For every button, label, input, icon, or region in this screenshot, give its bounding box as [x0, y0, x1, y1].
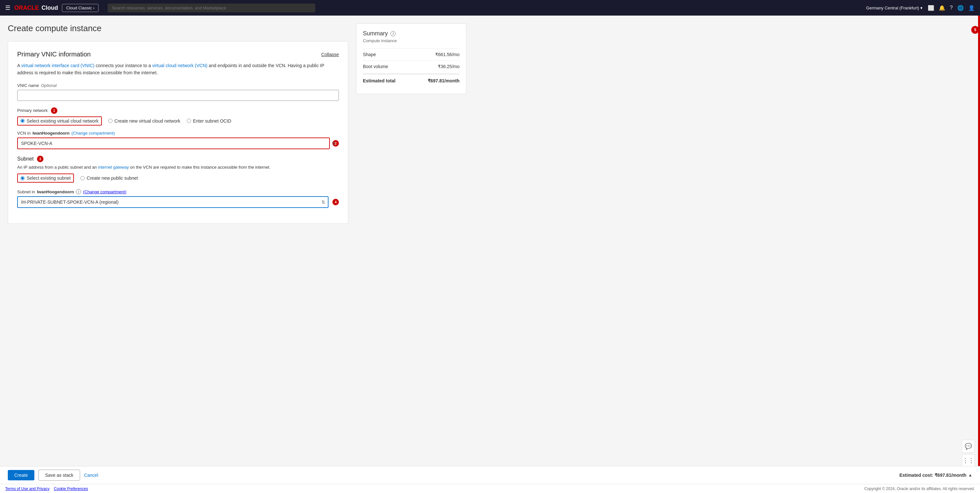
page-container: Create compute instance Primary VNIC inf…: [0, 16, 980, 493]
language-icon[interactable]: 🌐: [957, 5, 964, 11]
change-subnet-compartment-link[interactable]: (Change compartment): [83, 189, 126, 194]
footer-bar: Terms of Use and Privacy Cookie Preferen…: [0, 484, 980, 493]
radio-select-existing-vcn[interactable]: Select existing virtual cloud network: [17, 116, 102, 126]
region-name: Germany Central (Frankfurt): [866, 5, 919, 10]
collapse-link[interactable]: Collapse: [321, 52, 339, 57]
estimated-total-value: ₹697.81/month: [428, 78, 460, 83]
step2-badge: 2: [332, 140, 339, 146]
vnic-link[interactable]: virtual network interface card (VNIC): [21, 63, 94, 68]
footer-copyright: Copyright © 2024, Oracle and/or its affi…: [864, 487, 975, 491]
step4-badge: 4: [332, 199, 339, 205]
terms-link[interactable]: Terms of Use and Privacy: [5, 487, 49, 491]
summary-shape-row: Shape ₹661.56/mo: [363, 48, 460, 60]
shape-value: ₹661.56/mo: [435, 52, 460, 57]
cloud-text: Cloud: [41, 5, 58, 11]
topnav-right-section: Germany Central (Frankfurt) ▾ ⬜ 🔔 ? 🌐 👤: [866, 5, 975, 11]
vcn-compartment-group: VCN in IwanHoogendoorn (Change compartme…: [17, 131, 339, 149]
radio-create-new-subnet[interactable]: Create new public subnet: [80, 175, 138, 181]
help-chat-icon[interactable]: 💬: [962, 440, 975, 453]
floating-icons: 💬 ⋮⋮: [962, 440, 975, 467]
apps-icon[interactable]: ⋮⋮: [962, 454, 975, 467]
save-as-stack-button[interactable]: Save as stack: [38, 470, 80, 481]
vnic-name-label: VNIC name Optional: [17, 83, 339, 88]
subnet-section: Subnet 3 An IP address from a public sub…: [17, 156, 339, 183]
vcn-select[interactable]: SPOKE-VCN-A: [18, 138, 329, 149]
internet-gateway-link[interactable]: internet gateway: [98, 165, 129, 170]
primary-network-label: Primary network 1: [17, 107, 339, 114]
cloud-classic-button[interactable]: Cloud Classic ›: [62, 4, 99, 12]
subnet-info-icon[interactable]: i: [76, 189, 81, 194]
card-description: A virtual network interface card (VNIC) …: [17, 62, 339, 76]
summary-card: Summary i Compute instance Shape ₹661.56…: [356, 23, 466, 94]
card-title: Primary VNIC information: [17, 51, 91, 58]
estimated-total-label: Estimated total: [363, 78, 395, 83]
cloud-shell-icon[interactable]: ⬜: [928, 5, 934, 11]
oracle-logo: ORACLE Cloud: [14, 5, 58, 11]
boot-volume-value: ₹36.25/mo: [438, 64, 460, 69]
subnet-in-label: Subnet in IwanHoogendoorn i (Change comp…: [17, 189, 339, 194]
top-navigation: ☰ ORACLE Cloud Cloud Classic › Germany C…: [0, 0, 980, 16]
radio-create-new-vcn[interactable]: Create new virtual cloud network: [108, 118, 180, 124]
vcn-select-wrapper: SPOKE-VCN-A ⇅ 2: [17, 138, 339, 149]
vcn-compartment-label: VCN in IwanHoogendoorn (Change compartme…: [17, 131, 339, 135]
estimated-cost-display[interactable]: Estimated cost: ₹697.81/month ▲: [899, 472, 972, 478]
vnic-name-group: VNIC name Optional: [17, 83, 339, 101]
summary-total-row: Estimated total ₹697.81/month: [363, 74, 460, 87]
radio-enter-subnet-ocid[interactable]: Enter subnet OCID: [187, 118, 231, 124]
region-selector[interactable]: Germany Central (Frankfurt) ▾: [866, 5, 923, 10]
subnet-section-title: Subnet 3: [17, 156, 339, 162]
primary-network-radio-group: Select existing virtual cloud network Cr…: [17, 116, 339, 126]
radio-select-existing-subnet[interactable]: Select existing subnet: [17, 173, 74, 183]
subnet-description: An IP address from a public subnet and a…: [17, 164, 339, 170]
hamburger-menu-icon[interactable]: ☰: [5, 4, 10, 11]
estimated-cost-label: Estimated cost: ₹697.81/month: [899, 472, 966, 478]
topnav-icon-group: ⬜ 🔔 ? 🌐 👤: [928, 5, 975, 11]
step3-badge: 3: [37, 156, 43, 162]
boot-volume-label: Boot volume: [363, 64, 388, 69]
cookie-link[interactable]: Cookie Preferences: [54, 487, 88, 491]
shape-label: Shape: [363, 52, 376, 57]
primary-vnic-card: Primary VNIC information Collapse A virt…: [8, 41, 348, 224]
summary-info-icon[interactable]: i: [390, 31, 396, 36]
help-icon[interactable]: ?: [950, 5, 953, 11]
subnet-radio-group: Select existing subnet Create new public…: [17, 173, 339, 183]
notifications-icon[interactable]: 🔔: [939, 5, 945, 11]
page-title: Create compute instance: [8, 23, 348, 33]
primary-network-section: Primary network 1 Select existing virtua…: [17, 107, 339, 126]
summary-header: Summary i: [363, 30, 460, 37]
subnet-select[interactable]: IH-PRIVATE-SUBNET-SPOKE-VCN-A (regional): [17, 196, 328, 208]
main-content: Create compute instance Primary VNIC inf…: [8, 23, 348, 485]
summary-panel: Summary i Compute instance Shape ₹661.56…: [356, 23, 466, 485]
vcn-link[interactable]: virtual cloud network (VCN): [152, 63, 207, 68]
create-button[interactable]: Create: [8, 470, 34, 480]
desc-text-1: A: [17, 63, 21, 68]
global-search-input[interactable]: [108, 3, 315, 12]
step1-badge: 1: [51, 107, 57, 114]
vnic-name-input[interactable]: [17, 90, 339, 101]
bottom-action-bar: Create Save as stack Cancel Estimated co…: [0, 466, 980, 484]
estimated-cost-chevron-icon: ▲: [968, 473, 972, 477]
subnet-compartment-group: Subnet in IwanHoogendoorn i (Change comp…: [17, 189, 339, 208]
step5-badge: 5: [971, 26, 979, 34]
step-progress-indicator: [978, 16, 980, 479]
profile-icon[interactable]: 👤: [968, 5, 975, 11]
change-vcn-compartment-link[interactable]: (Change compartment): [72, 131, 115, 135]
optional-label: Optional: [41, 83, 56, 88]
oracle-text: ORACLE: [14, 5, 39, 11]
summary-subtitle: Compute instance: [363, 38, 460, 43]
card-header: Primary VNIC information Collapse: [17, 51, 339, 58]
region-chevron-icon: ▾: [920, 5, 923, 10]
desc-text-2: connects your instance to a: [94, 63, 152, 68]
cancel-link[interactable]: Cancel: [84, 472, 98, 478]
summary-boot-volume-row: Boot volume ₹36.25/mo: [363, 60, 460, 72]
footer-left: Terms of Use and Privacy Cookie Preferen…: [5, 487, 88, 491]
summary-title: Summary: [363, 30, 388, 37]
